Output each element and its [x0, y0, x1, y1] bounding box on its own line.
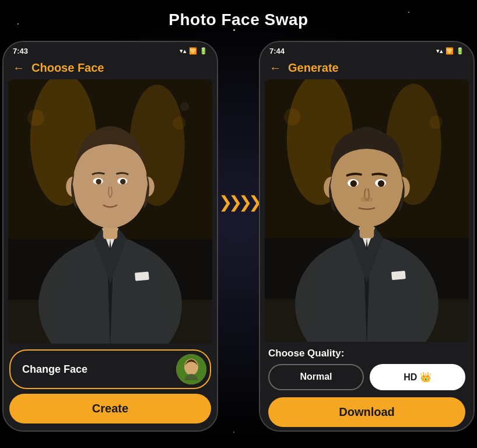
right-nav-bar: ← Generate [260, 58, 474, 79]
svg-rect-26 [391, 271, 406, 280]
svg-point-12 [120, 179, 125, 184]
download-button[interactable]: Download [268, 397, 465, 427]
svg-point-32 [378, 180, 384, 187]
right-battery-icon: 🔋 [456, 47, 464, 55]
left-phone: 7:43 ▾▴ 🛜 🔋 ← Choose Face [2, 41, 218, 432]
left-back-button[interactable]: ← [13, 61, 24, 75]
left-nav-bar: ← Choose Face [3, 58, 217, 79]
left-photo-area [8, 79, 212, 344]
right-nav-title: Generate [288, 61, 339, 75]
right-wifi-icon: 🛜 [446, 47, 454, 55]
svg-point-38 [429, 116, 443, 129]
left-phone-bottom: Change Face Create [3, 344, 217, 430]
right-phone-bottom: Choose Quality: Normal HD 👑 Download [260, 342, 474, 430]
change-face-avatar [176, 354, 206, 384]
svg-point-34 [366, 197, 373, 202]
right-photo-area [265, 79, 469, 342]
arrow-icon: ❯❯❯❯ [219, 192, 258, 212]
right-status-bar: 7:44 ▾▴ 🛜 🔋 [260, 42, 474, 58]
svg-point-37 [284, 108, 300, 125]
quality-options: Normal HD 👑 [268, 364, 465, 390]
quality-hd-button[interactable]: HD 👑 [370, 364, 465, 390]
change-face-button[interactable]: Change Face [9, 349, 211, 389]
page-title: Photo Face Swap [0, 10, 477, 29]
right-status-icons: ▾▴ 🛜 🔋 [436, 47, 464, 55]
svg-point-8 [73, 140, 148, 228]
left-status-bar: 7:43 ▾▴ 🛜 🔋 [3, 42, 217, 58]
right-time: 7:44 [269, 47, 285, 55]
svg-rect-6 [135, 272, 149, 281]
left-wifi-icon: 🛜 [189, 47, 197, 55]
right-signal-icon: ▾▴ [436, 47, 443, 55]
svg-point-31 [350, 180, 357, 187]
svg-point-17 [180, 102, 189, 111]
quality-label: Choose Quality: [268, 348, 465, 359]
phones-container: 7:43 ▾▴ 🛜 🔋 ← Choose Face [12, 41, 465, 436]
transition-arrows: ❯❯❯❯ [218, 192, 259, 212]
right-phone: 7:44 ▾▴ 🛜 🔋 ← Generate [259, 41, 475, 432]
right-person-image [265, 79, 469, 342]
left-status-icons: ▾▴ 🛜 🔋 [180, 47, 208, 55]
left-signal-icon: ▾▴ [180, 47, 187, 55]
right-back-button[interactable]: ← [269, 61, 281, 75]
left-battery-icon: 🔋 [199, 47, 208, 55]
left-person-image [8, 79, 212, 344]
svg-point-16 [173, 117, 186, 130]
left-nav-title: Choose Face [31, 61, 104, 75]
create-button[interactable]: Create [9, 394, 211, 424]
change-face-label: Change Face [22, 363, 87, 376]
svg-point-11 [96, 179, 101, 184]
quality-normal-button[interactable]: Normal [268, 364, 364, 390]
svg-point-15 [27, 110, 44, 126]
left-time: 7:43 [13, 47, 28, 55]
